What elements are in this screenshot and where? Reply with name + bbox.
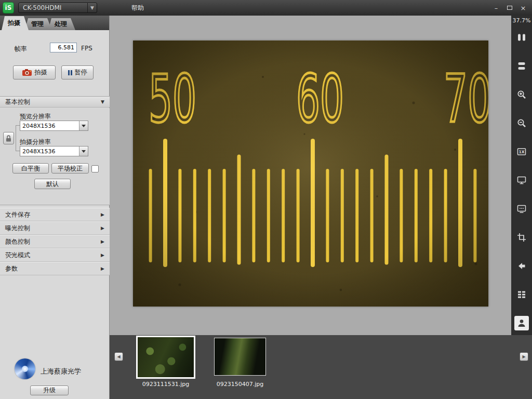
zoom-in-icon[interactable] [514, 87, 529, 102]
thumbnail-filename: 0923150407.jpg [206, 381, 274, 388]
tab-capture[interactable]: 拍摄 [2, 16, 29, 30]
tab-process[interactable]: 处理 [48, 18, 75, 30]
section-label: 参数 [5, 264, 18, 273]
section-color-control[interactable]: 颜色控制 ▶ [0, 235, 110, 248]
zoom-percent: 37.7% [513, 17, 531, 24]
section-label: 荧光模式 [5, 251, 30, 260]
grid-list-icon[interactable] [514, 287, 529, 302]
device-select[interactable]: CK-500HDMI ▼ [18, 3, 97, 13]
chevron-collapsed-icon: ▶ [101, 252, 104, 258]
svg-text:1X: 1X [518, 150, 524, 154]
capture-resolution-label: 拍摄分辨率 [20, 138, 51, 147]
section-label: 曝光控制 [5, 224, 30, 233]
basic-control-body: 预览分辨率 2048X1536 拍摄分辨率 2048X1536 白平衡 平场校正… [0, 108, 110, 205]
resolution-lock-button[interactable] [3, 132, 14, 144]
crop-icon[interactable] [514, 230, 529, 245]
chevron-collapsed-icon: ▶ [101, 225, 104, 231]
chevron-collapsed-icon: ▶ [101, 266, 104, 271]
flat-field-checkbox[interactable] [91, 165, 99, 172]
capture-button[interactable]: 拍摄 [13, 65, 56, 79]
tab-manage[interactable]: 管理 [25, 18, 52, 30]
chevron-down-icon[interactable] [79, 147, 88, 156]
white-balance-button[interactable]: 白平衡 [12, 163, 49, 174]
camera-icon [22, 69, 32, 76]
chevron-down-icon[interactable]: ▼ [87, 3, 97, 12]
filmstrip: ◀ 0923111531.jpg 0923150407.jpg ▶ [110, 335, 532, 399]
chevron-down-icon[interactable] [79, 121, 88, 130]
thumbnail-filename: 0923111531.jpg [130, 381, 201, 388]
maximize-button[interactable] [503, 2, 516, 14]
frame-rate-unit: FPS [81, 45, 92, 52]
tile-view-icon[interactable] [514, 59, 529, 73]
preview-resolution-select[interactable]: 2048X1536 [20, 121, 88, 131]
preview-resolution-value: 2048X1536 [20, 121, 79, 130]
scroll-left-button[interactable]: ◀ [114, 352, 123, 361]
thumbnail-image [215, 338, 265, 375]
capture-button-label: 拍摄 [35, 68, 47, 77]
scroll-right-button[interactable]: ▶ [520, 352, 528, 361]
section-parameters[interactable]: 参数 ▶ [0, 262, 110, 275]
section-fluorescence-mode[interactable]: 荧光模式 ▶ [0, 248, 110, 262]
thumbnail-selected[interactable] [136, 336, 195, 379]
titlebar: iS CK-500HDMI ▼ 帮助 – × [0, 0, 532, 16]
actual-size-icon[interactable]: 1X [514, 144, 529, 159]
brand-logo [15, 358, 35, 379]
window-controls: – × [489, 2, 530, 14]
device-select-value: CK-500HDMI [19, 4, 87, 11]
thumbnail[interactable] [214, 338, 266, 376]
capture-resolution-value: 2048X1536 [20, 147, 79, 156]
chevron-collapsed-icon: ▶ [101, 212, 104, 217]
sidebar-tabstrip: 拍摄 管理 处理 [0, 16, 109, 30]
brand-name: 上海蔡康光学 [41, 367, 81, 376]
resolution-link-bracket [16, 125, 20, 151]
fullscreen-icon[interactable] [514, 202, 529, 216]
help-menu[interactable]: 帮助 [127, 3, 148, 14]
user-icon[interactable] [514, 316, 529, 330]
section-exposure-control[interactable]: 曝光控制 ▶ [0, 221, 110, 235]
pause-icon [68, 70, 72, 75]
undo-icon[interactable] [514, 259, 529, 273]
frame-rate-input[interactable] [50, 43, 77, 52]
chevron-collapsed-icon: ▶ [101, 239, 104, 244]
pause-button[interactable]: 暂停 [61, 65, 94, 79]
section-label: 颜色控制 [5, 237, 30, 246]
minimize-button[interactable]: – [489, 2, 503, 14]
fit-screen-icon[interactable] [514, 173, 529, 188]
zoom-out-icon[interactable] [514, 116, 529, 130]
app-logo-icon: iS [3, 2, 14, 14]
right-toolbar: 37.7% 1X [511, 16, 532, 335]
upgrade-button[interactable]: 升级 [30, 385, 69, 395]
basic-control-title: 基本控制 [5, 98, 30, 107]
sidebar: 拍摄 管理 处理 帧率 FPS 拍摄 暂停 基本控制 ▼ 预览分辨率 [0, 16, 110, 399]
section-label: 文件保存 [5, 210, 30, 219]
default-button[interactable]: 默认 [34, 179, 71, 189]
basic-control-header[interactable]: 基本控制 ▼ [0, 96, 110, 108]
frame-rate-label: 帧率 [15, 45, 27, 54]
app-window: iS CK-500HDMI ▼ 帮助 – × 拍摄 管理 处理 帧率 FPS [0, 0, 532, 399]
split-view-icon[interactable] [514, 30, 529, 45]
viewer-area: 50 60 70 [110, 16, 511, 335]
lock-icon [5, 135, 12, 142]
thumbnail-image [138, 337, 194, 377]
close-button[interactable]: × [516, 2, 530, 14]
pause-button-label: 暂停 [75, 68, 87, 77]
chevron-expanded-icon: ▼ [101, 99, 104, 104]
section-file-save[interactable]: 文件保存 ▶ [0, 208, 110, 221]
capture-resolution-select[interactable]: 2048X1536 [20, 146, 88, 156]
preview-resolution-label: 预览分辨率 [20, 112, 51, 121]
microscope-image[interactable]: 50 60 70 [133, 41, 488, 307]
flat-field-button[interactable]: 平场校正 [51, 163, 89, 174]
maximize-icon [507, 6, 512, 10]
